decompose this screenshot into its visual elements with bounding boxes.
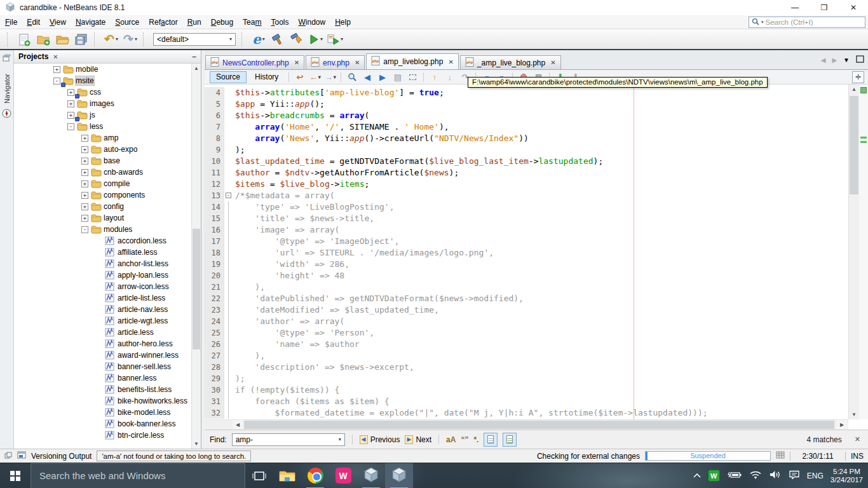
minimize-button[interactable]: — [780,0,810,15]
occurrence-mark[interactable] [860,141,867,143]
tray-chevron-icon[interactable] [693,471,701,480]
close-button[interactable]: ✕ [839,0,868,15]
tree-item-article-wgt.less[interactable]: article-wgt.less [14,315,191,327]
scroll-tabs-left-icon[interactable]: ◀ [821,57,826,64]
tree-item-compile[interactable]: +compile [14,178,191,189]
tree-toggle-icon[interactable]: - [53,78,60,85]
run-project-button[interactable]: ▾ [306,30,325,48]
open-project-button[interactable] [53,30,72,48]
tree-toggle-icon[interactable]: - [81,226,88,233]
error-stripe[interactable] [859,85,868,419]
tree-item-amp[interactable]: +amp [14,132,191,144]
tree-item-accordion.less[interactable]: accordion.less [14,235,191,247]
tree-toggle-icon[interactable]: + [81,169,88,176]
fold-toggle-icon[interactable]: - [224,190,233,201]
tab-list-dropdown-icon[interactable]: ▼ [843,57,850,64]
tree-item-apply-loan.less[interactable]: apply-loan.less [14,269,191,281]
menu-view[interactable]: View [50,18,66,27]
tree-item-author-hero.less[interactable]: author-hero.less [14,338,191,349]
undo-button[interactable]: ↶▾ [102,30,121,48]
tree-toggle-icon[interactable]: + [67,100,74,107]
tree-toggle-icon[interactable]: - [67,123,74,130]
regex-button[interactable]: *. [473,435,478,444]
tree-item-base[interactable]: +base [14,155,191,166]
tree-item-components[interactable]: +components [14,189,191,201]
find-previous-button[interactable]: ◀ Previous [360,435,400,444]
tree-item-js[interactable]: +js [14,109,191,121]
scroll-tabs-right-icon[interactable]: ▶ [832,57,837,64]
tree-item-mobile[interactable]: +mobile [14,64,191,75]
project-tree-scrollbar[interactable]: ▲ ▼ [191,64,201,449]
volume-icon[interactable] [769,470,782,481]
tree-item-bike-howitworks.less[interactable]: bike-howitworks.less [14,395,191,407]
task-view-button[interactable] [245,463,273,488]
find-input[interactable]: amp- ▾ [232,433,345,446]
ide-search-box[interactable]: ▾ Search (Ctrl+I) [749,17,865,28]
forward-icon[interactable]: →▾ [323,71,337,83]
tree-item-benefits-list.less[interactable]: benefits-list.less [14,384,191,395]
wampserver-tray-icon[interactable]: W [708,470,720,482]
tree-toggle-icon[interactable]: + [81,192,88,199]
menu-tools[interactable]: Tools [271,18,288,27]
process-list-icon[interactable] [776,451,785,461]
tree-item-award-winner.less[interactable]: award-winner.less [14,349,191,361]
tree-item-btn-circle.less[interactable]: btn-circle.less [14,430,191,441]
projects-close-icon[interactable]: ✕ [53,53,58,60]
tree-item-anchor-list.less[interactable]: anchor-list.less [14,258,191,269]
tree-item-banner-sell.less[interactable]: banner-sell.less [14,361,191,372]
tree-item-article-nav.less[interactable]: article-nav.less [14,304,191,315]
match-case-button[interactable]: aA [446,435,456,444]
tree-item-auto-expo[interactable]: +auto-expo [14,144,191,155]
wrap-around-toggle[interactable] [503,433,517,447]
tree-toggle-icon[interactable]: + [81,215,88,222]
dock-window-icon[interactable] [3,54,11,64]
new-file-button[interactable] [15,30,34,48]
scrollbar-thumb[interactable] [850,96,858,194]
search-scope-dropdown-icon[interactable]: ▾ [761,20,764,25]
versioning-output-label[interactable]: Versioning Output [31,452,92,461]
find-previous-icon[interactable]: ◀ [360,71,374,83]
tree-item-modules[interactable]: -modules [14,224,191,235]
tree-item-article.less[interactable]: article.less [14,327,191,338]
tree-toggle-icon[interactable]: + [81,135,88,142]
code-editor[interactable]: 4$this->attributes['amp-live-blog'] = tr… [205,85,848,419]
menu-source[interactable]: Source [115,18,139,27]
navigator-minimized-tab[interactable]: Navigator [3,74,11,104]
menu-navigate[interactable]: Navigate [76,18,105,27]
tree-toggle-icon[interactable]: + [81,158,88,165]
battery-icon[interactable] [727,471,742,481]
highlight-results-toggle[interactable] [484,433,498,447]
netbeans-button[interactable] [357,463,385,488]
scroll-up-icon[interactable]: ▲ [849,85,859,94]
tree-item-article-list.less[interactable]: article-list.less [14,292,191,304]
tree-item-cnb-awards[interactable]: +cnb-awards [14,166,191,178]
back-icon[interactable]: ←▾ [308,71,322,83]
editor-tab-NewsController.php[interactable]: phpNewsController.php✕ [205,55,304,69]
browser-select-button[interactable]: e▾ [249,30,268,48]
menu-help[interactable]: Help [335,18,351,27]
action-center-icon[interactable] [789,470,800,481]
toggle-highlight-icon[interactable]: ▤ [391,71,404,83]
tree-toggle-icon[interactable]: + [53,66,60,73]
tree-toggle-icon[interactable]: + [81,203,88,210]
tree-item-book-banner.less[interactable]: book-banner.less [14,418,191,430]
taskbar-clock[interactable]: 5:24 PM 3/24/2017 [831,468,863,484]
tab-close-icon[interactable]: ✕ [550,59,555,66]
restore-button[interactable]: ❐ [810,0,839,15]
tree-toggle-icon[interactable]: + [67,89,74,96]
clean-build-button[interactable] [287,30,306,48]
save-all-button[interactable] [72,30,91,48]
occurrence-mark[interactable] [860,137,867,139]
editor-tab-amp_liveblog.php[interactable]: phpamp_liveblog.php✕ [366,53,458,69]
language-indicator[interactable]: ENG [807,471,824,480]
tree-item-less[interactable]: -less [14,121,191,132]
projects-minimize-icon[interactable]: – [192,52,196,61]
scroll-left-icon[interactable]: ◀ [233,420,243,430]
chrome-button[interactable] [301,463,329,488]
tree-item-bike-model.less[interactable]: bike-model.less [14,407,191,418]
menu-edit[interactable]: Edit [27,18,40,27]
start-button[interactable] [0,463,31,488]
next-bookmark-icon[interactable]: ↓ [443,71,456,83]
tab-close-icon[interactable]: ✕ [294,59,299,66]
debug-project-button[interactable]: ▾ [325,30,344,48]
